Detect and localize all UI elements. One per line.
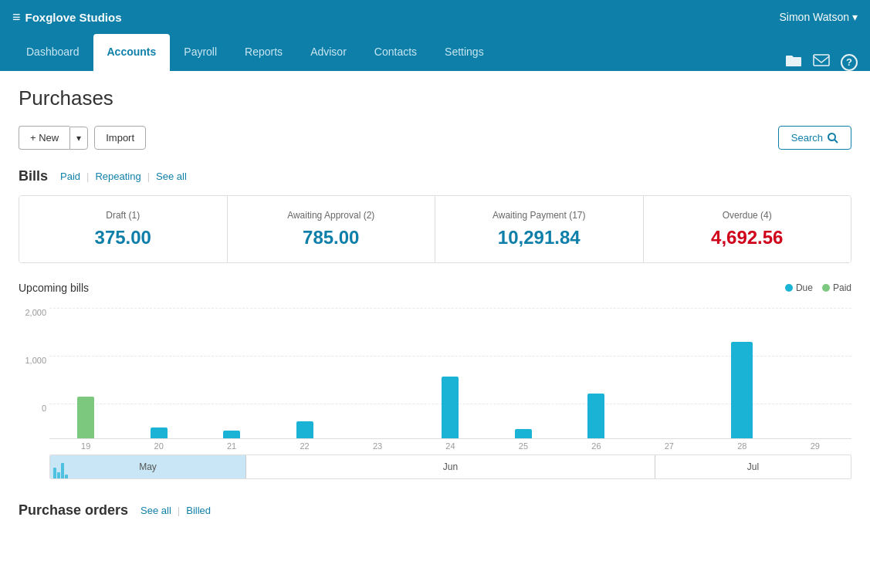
purchase-orders-header: Purchase orders See all | Billed xyxy=(19,502,851,519)
new-button[interactable]: + New xyxy=(19,126,69,150)
month-jul-label: Jul xyxy=(747,461,759,472)
bar-group-26 xyxy=(560,394,632,438)
svg-rect-0 xyxy=(814,55,829,66)
purchase-orders-links: See all | Billed xyxy=(134,505,217,516)
bar-group-25 xyxy=(487,429,560,438)
toolbar: + New ▾ Import Search xyxy=(19,126,851,150)
bar-due-26 xyxy=(587,394,604,438)
chart-title: Upcoming bills xyxy=(19,282,89,294)
x-label-23: 23 xyxy=(341,439,414,453)
nav-item-accounts[interactable]: Accounts xyxy=(93,34,171,71)
chart-container: 2,000 1,000 0 xyxy=(19,300,851,479)
overdue-label: Overdue (4) xyxy=(656,210,839,221)
bar-group-21 xyxy=(195,431,268,438)
x-label-22: 22 xyxy=(268,439,340,453)
svg-point-1 xyxy=(828,133,835,140)
search-label: Search xyxy=(791,132,823,144)
summary-card-draft[interactable]: Draft (1) 375.00 xyxy=(19,196,228,262)
bar-group-19 xyxy=(49,397,122,438)
chart-legend: Due Paid xyxy=(785,282,851,293)
bills-links: Paid | Repeating | See all xyxy=(54,171,193,182)
mail-icon[interactable] xyxy=(813,53,830,71)
bills-link-paid[interactable]: Paid xyxy=(54,171,86,182)
bar-due-25 xyxy=(515,429,532,438)
x-label-27: 27 xyxy=(633,439,706,453)
toolbar-left: + New ▾ Import xyxy=(19,126,146,150)
paid-label: Paid xyxy=(833,282,851,293)
nav-item-dashboard[interactable]: Dashboard xyxy=(12,34,93,71)
awaiting-approval-label: Awaiting Approval (2) xyxy=(240,210,423,221)
topbar: ≡ Foxglove Studios Simon Watson ▾ xyxy=(0,0,870,34)
search-button[interactable]: Search xyxy=(778,126,851,150)
navbar: Dashboard Accounts Payroll Reports Advis… xyxy=(0,34,870,71)
due-dot xyxy=(785,284,793,292)
month-band-may: May xyxy=(50,455,246,478)
awaiting-payment-label: Awaiting Payment (17) xyxy=(448,210,631,221)
chart-section: Upcoming bills Due Paid 2,000 1,000 0 xyxy=(19,282,851,479)
legend-due: Due xyxy=(785,282,813,293)
bar-due-24 xyxy=(442,377,459,438)
bills-link-see-all[interactable]: See all xyxy=(150,171,193,182)
nav-item-reports[interactable]: Reports xyxy=(231,34,296,71)
awaiting-payment-value: 10,291.84 xyxy=(448,227,631,248)
x-label-28: 28 xyxy=(706,439,778,453)
month-band-jun: Jun xyxy=(246,455,655,478)
bar-group-22 xyxy=(268,421,340,438)
y-label-1000: 1,000 xyxy=(25,356,46,365)
bar-due-28 xyxy=(731,342,753,438)
summary-cards: Draft (1) 375.00 Awaiting Approval (2) 7… xyxy=(19,195,851,263)
summary-card-awaiting-approval[interactable]: Awaiting Approval (2) 785.00 xyxy=(228,196,436,262)
bar-group-20 xyxy=(122,427,195,438)
bar-group-28 xyxy=(706,342,778,438)
nav-item-payroll[interactable]: Payroll xyxy=(170,34,231,71)
x-label-20: 20 xyxy=(122,439,195,453)
topbar-right: Simon Watson ▾ xyxy=(779,11,858,23)
x-label-29: 29 xyxy=(779,439,851,453)
user-name: Simon Watson xyxy=(779,11,849,23)
bills-header: Bills Paid | Repeating | See all xyxy=(19,168,851,184)
page-title: Purchases xyxy=(19,86,851,110)
gridline-2000 xyxy=(49,308,851,309)
month-may-label: May xyxy=(139,461,157,472)
y-label-0: 0 xyxy=(42,404,46,413)
bills-title: Bills xyxy=(19,168,48,184)
month-band-jul: Jul xyxy=(655,455,851,478)
svg-line-2 xyxy=(834,140,838,143)
bar-due-21 xyxy=(223,431,240,438)
month-bands: May Jun Jul xyxy=(49,455,851,479)
draft-label: Draft (1) xyxy=(32,210,215,221)
new-dropdown-button[interactable]: ▾ xyxy=(69,127,88,150)
x-label-24: 24 xyxy=(414,439,486,453)
due-label: Due xyxy=(796,282,813,293)
nav-item-settings[interactable]: Settings xyxy=(431,34,498,71)
month-jun-label: Jun xyxy=(443,461,458,472)
purchase-orders-link-see-all[interactable]: See all xyxy=(134,505,178,516)
nav-items: Dashboard Accounts Payroll Reports Advis… xyxy=(12,34,785,71)
awaiting-approval-value: 785.00 xyxy=(240,227,423,248)
chart-header: Upcoming bills Due Paid xyxy=(19,282,851,294)
user-menu[interactable]: Simon Watson ▾ xyxy=(779,11,858,23)
help-icon[interactable]: ? xyxy=(841,54,858,71)
summary-card-overdue[interactable]: Overdue (4) 4,692.56 xyxy=(644,196,851,262)
draft-value: 375.00 xyxy=(32,227,215,248)
bills-link-repeating[interactable]: Repeating xyxy=(89,171,147,182)
nav-icons: ? xyxy=(785,53,858,71)
paid-dot xyxy=(822,284,830,292)
nav-item-contacts[interactable]: Contacts xyxy=(361,34,431,71)
x-label-19: 19 xyxy=(49,439,122,453)
folder-icon[interactable] xyxy=(785,53,802,71)
x-axis: 19 20 21 22 23 24 25 26 27 28 29 xyxy=(49,439,851,453)
y-label-2000: 2,000 xyxy=(25,308,46,317)
bar-due-20 xyxy=(151,427,168,438)
search-icon xyxy=(828,133,838,144)
purchase-orders-link-billed[interactable]: Billed xyxy=(180,505,217,516)
x-label-25: 25 xyxy=(487,439,560,453)
x-label-26: 26 xyxy=(560,439,632,453)
bar-paid-19 xyxy=(77,397,94,438)
import-button[interactable]: Import xyxy=(94,126,146,150)
nav-item-advisor[interactable]: Advisor xyxy=(296,34,361,71)
summary-card-awaiting-payment[interactable]: Awaiting Payment (17) 10,291.84 xyxy=(435,196,644,262)
bar-due-22 xyxy=(296,421,313,438)
menu-icon[interactable]: ≡ xyxy=(12,9,21,25)
user-dropdown-icon: ▾ xyxy=(852,11,858,23)
